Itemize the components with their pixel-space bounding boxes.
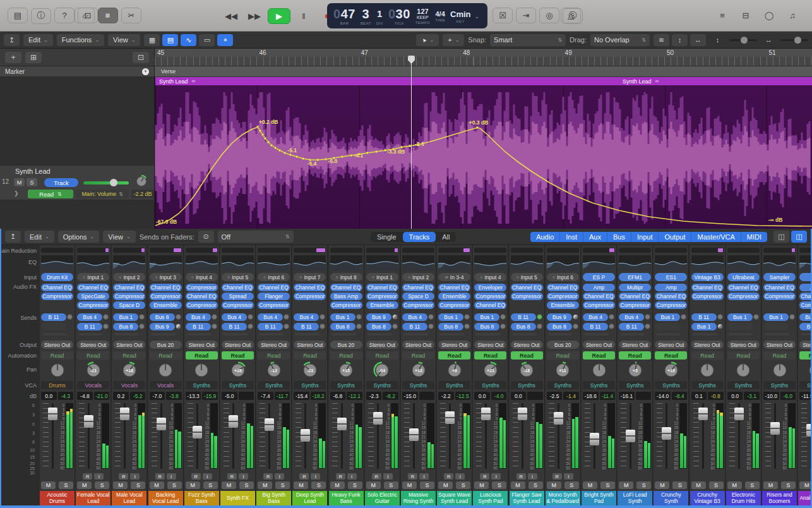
fader-cap[interactable] [554,412,563,425]
track-view-icon[interactable]: ▤ [162,34,178,46]
audio-fx-slot[interactable]: Channel EQ [150,284,182,291]
list-editors-icon[interactable]: ≡ [712,8,732,23]
vertical-auto-zoom-icon[interactable]: ↕ [672,34,688,46]
volume-value[interactable]: -7.4 [258,392,273,400]
empty-send-slot[interactable] [801,333,811,336]
volume-value[interactable]: -6.8 [330,392,346,400]
mute-button[interactable]: M [511,481,525,489]
audio-fx-slot[interactable]: Channel EQ [222,284,254,291]
send-level-knob[interactable] [176,314,181,320]
audio-fx-slot[interactable]: Compressor [330,301,362,309]
record-enable-button[interactable]: R [336,473,345,480]
fader-track[interactable] [304,403,306,469]
solo-button[interactable]: S [600,481,615,489]
channel-strip[interactable]: ES1 Stereo Out Read +19 Synths -14.0 -8.… [654,245,689,505]
narrow-channel-view-icon[interactable]: ◫ [791,231,807,243]
send-slot[interactable]: Bus 8 [547,323,572,330]
pan-knob[interactable] [40,361,75,379]
send-level-knob[interactable] [573,314,578,320]
audio-fx-slot[interactable]: Channel EQ [77,284,109,291]
input-monitor-button[interactable]: I [419,473,429,480]
channel-name[interactable]: Analog Synth [798,491,811,505]
volume-value[interactable]: -5.0 [222,392,237,400]
mixer-view-menu[interactable]: View⌄ [103,231,135,243]
empty-send-slot[interactable] [512,333,537,336]
empty-send-slot[interactable] [78,333,103,336]
mute-button[interactable]: M [583,481,597,489]
send-slot[interactable]: Bus 4 [799,313,811,321]
fader-cap[interactable] [265,418,274,431]
automation-parameter-select[interactable]: Main: Volume⇅ [76,190,129,198]
vca-slot[interactable]: Synths [186,381,218,389]
input-monitor-button[interactable]: I [491,473,501,480]
empty-send-slot[interactable] [331,333,356,336]
fader-track[interactable] [558,403,559,469]
mute-button[interactable]: M [691,481,706,489]
editors-icon[interactable]: ✂ [121,8,141,23]
peak-value[interactable]: -6.0 [780,392,796,400]
channel-name[interactable]: Massive Rising Synth [401,491,436,505]
input-monitor-button[interactable]: I [94,473,104,480]
fader-track[interactable] [485,403,487,469]
channel-strip[interactable]: ∞In 3-4 Stereo Out Read +6 Synths -2.2 -… [437,245,472,505]
peak-value[interactable]: -21.0 [94,392,110,400]
pan-knob[interactable]: +5 [618,361,652,379]
input-slot[interactable]: ○Input 1 [366,273,398,281]
send-slot[interactable]: Bus 4 [77,313,102,321]
pan-knob[interactable] [690,361,725,379]
audio-fx-slot[interactable]: Channel EQ [366,284,398,291]
track-pan-knob[interactable] [135,174,148,190]
input-slot[interactable]: ○Input 4 [474,273,506,281]
track-volume-slider[interactable] [83,181,129,184]
sends-on-faders-power-icon[interactable]: ⊙ [198,231,214,243]
record-enable-button[interactable]: R [444,473,453,480]
mute-button[interactable]: M [366,481,381,489]
output-slot[interactable]: Stereo Out [727,341,760,349]
send-slot-empty[interactable] [41,323,66,330]
eq-thumbnail[interactable] [511,255,543,270]
channel-name[interactable]: Deep Synth Lead [292,491,327,505]
vca-slot[interactable]: Synths [366,381,398,389]
vca-slot[interactable]: Synths [222,381,254,389]
eq-thumbnail[interactable] [294,255,326,270]
send-level-knob[interactable] [356,314,362,320]
view-menu[interactable]: View⌄ [108,34,140,46]
solo-button[interactable]: S [709,481,724,489]
pointer-tool-button[interactable]: ▲⌄ [416,34,439,46]
quick-help-icon[interactable]: ? [54,8,75,23]
mute-button[interactable]: M [655,481,669,489]
vca-slot[interactable]: Synths [294,381,326,389]
pan-knob[interactable]: +6 [437,361,472,379]
send-slot-empty[interactable] [727,323,753,330]
peak-value[interactable] [636,392,652,400]
fader-cap[interactable] [662,427,671,440]
send-slot[interactable]: Bus 1 [691,323,717,330]
channel-strip[interactable]: ○Input 5 Stereo Out Read -18 Synths 0.0 … [510,245,545,505]
fader-cap[interactable] [590,433,599,445]
output-slot[interactable]: Stereo Out [619,341,651,349]
channel-name[interactable]: Crunchy Vintage B3 [690,491,725,505]
channel-strip[interactable]: ○Input 2 Stereo Out Read +18 Vocals 0.2 … [112,245,147,505]
automation-mode-button[interactable]: Read [619,351,651,360]
channel-strip[interactable]: ○Input 1 Stereo Out Read -64 Synths -2.3… [365,245,400,505]
send-slot[interactable]: Bus 8 [366,323,391,330]
output-slot[interactable]: Stereo Out [222,341,254,349]
output-slot[interactable]: Stereo Out [691,341,724,349]
record-enable-button[interactable]: R [480,473,489,480]
filter-bus[interactable]: Bus [607,232,631,242]
volume-value[interactable]: 0.1 [691,392,707,400]
volume-value[interactable]: -14.0 [655,392,671,400]
audio-fx-slot[interactable]: Compressor [186,301,218,309]
audio-fx-slot[interactable]: Flanger [258,293,290,300]
eq-thumbnail[interactable] [366,255,398,270]
pan-knob[interactable]: +21 [473,361,508,379]
peak-value[interactable]: -1.4 [563,392,579,400]
tuner-icon[interactable]: ◎ [539,8,559,23]
volume-value[interactable]: -10.0 [763,392,779,400]
input-slot[interactable]: ○Input 6 [547,273,579,281]
send-level-knob[interactable] [464,314,470,320]
channel-name[interactable]: Acoustic Drums [40,491,75,505]
pan-knob[interactable]: -64 [365,361,400,379]
send-slot[interactable]: Bus 4 [258,313,283,321]
send-level-knob[interactable] [645,324,650,329]
